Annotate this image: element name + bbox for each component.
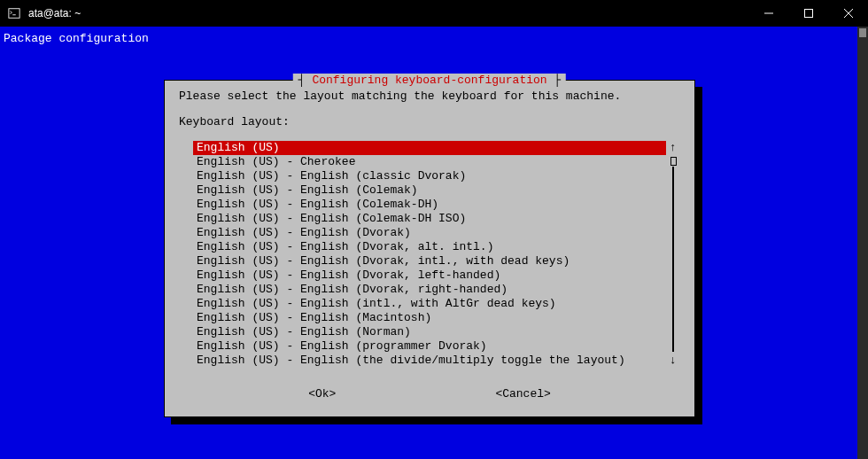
list-item[interactable]: English (US) - English (intl., with AltG…	[193, 297, 666, 311]
list-item[interactable]: English (US) - English (classic Dvorak)	[193, 169, 666, 183]
list-item[interactable]: English (US) - English (Colemak)	[193, 183, 666, 198]
window-title: ata@ata: ~	[28, 7, 81, 19]
list-item[interactable]: English (US) - English (Norman)	[193, 325, 666, 339]
dialog-prompt: Please select the layout matching the ke…	[179, 89, 680, 103]
window-controls	[748, 0, 868, 27]
svg-rect-0	[9, 9, 19, 19]
list-item[interactable]: English (US) - English (the divide/multi…	[193, 354, 666, 368]
list-item[interactable]: English (US) - English (Dvorak, alt. int…	[193, 240, 666, 254]
terminal-header-text: Package configuration	[2, 28, 866, 49]
keyboard-config-dialog: Configuring keyboard-configuration Pleas…	[164, 80, 695, 417]
terminal-icon	[7, 6, 21, 20]
svg-rect-3	[804, 10, 812, 18]
scroll-track	[670, 155, 677, 354]
dialog-field-label: Keyboard layout:	[179, 115, 680, 128]
list-item[interactable]: English (US)	[193, 141, 666, 155]
layout-list[interactable]: English (US)English (US) - CherokeeEngli…	[193, 141, 666, 368]
terminal-scrollbar-thumb[interactable]	[859, 28, 866, 37]
list-item[interactable]: English (US) - English (Dvorak, left-han…	[193, 268, 666, 283]
terminal-scrollbar[interactable]	[857, 27, 868, 459]
dialog-button-row: <Ok> <Cancel>	[179, 387, 680, 401]
scroll-thumb[interactable]	[670, 157, 677, 166]
scroll-bar-line	[672, 167, 674, 352]
minimize-button[interactable]	[748, 0, 788, 27]
list-item[interactable]: English (US) - English (Dvorak)	[193, 226, 666, 240]
list-item[interactable]: English (US) - English (Colemak-DH)	[193, 198, 666, 212]
list-item[interactable]: English (US) - English (Macintosh)	[193, 311, 666, 325]
list-item[interactable]: English (US) - English (Dvorak, right-ha…	[193, 283, 666, 297]
list-item[interactable]: English (US) - Cherokee	[193, 155, 666, 169]
list-scrollbar[interactable]: ↑ ↓	[666, 141, 680, 368]
window-titlebar: ata@ata: ~	[0, 0, 868, 27]
scroll-up-icon[interactable]: ↑	[670, 141, 677, 155]
list-item[interactable]: English (US) - English (Colemak-DH ISO)	[193, 212, 666, 226]
list-item[interactable]: English (US) - English (Dvorak, intl., w…	[193, 254, 666, 268]
list-item[interactable]: English (US) - English (programmer Dvora…	[193, 339, 666, 354]
terminal-area: Package configuration Configuring keyboa…	[0, 27, 868, 459]
maximize-button[interactable]	[788, 0, 828, 27]
dialog-title: Configuring keyboard-configuration	[293, 74, 566, 87]
cancel-button[interactable]: <Cancel>	[495, 387, 550, 401]
ok-button[interactable]: <Ok>	[308, 387, 336, 401]
scroll-down-icon[interactable]: ↓	[670, 354, 677, 368]
dialog-wrapper: Configuring keyboard-configuration Pleas…	[164, 80, 695, 417]
close-button[interactable]	[828, 0, 868, 27]
layout-list-container: English (US)English (US) - CherokeeEngli…	[193, 141, 680, 368]
